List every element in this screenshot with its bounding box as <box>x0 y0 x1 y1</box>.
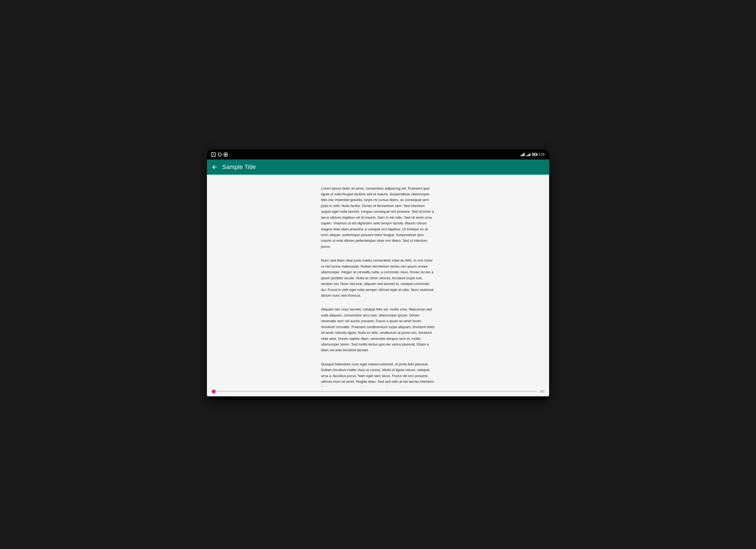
circle-icon <box>218 153 222 156</box>
nav-home-button[interactable] <box>373 398 383 400</box>
seekbar-thumb[interactable] <box>212 390 216 393</box>
battery-icon <box>532 153 537 156</box>
status-bar-right: 3:55 <box>521 153 545 156</box>
content-area[interactable]: Lorem ipsum dolor sit amet, consectetur … <box>207 175 549 387</box>
device-frame: A 3:55 <box>207 150 549 400</box>
paragraph-1: Lorem ipsum dolor sit amet, consectetur … <box>321 185 435 249</box>
signal-icon <box>526 153 530 156</box>
page-counter: 0/1 <box>540 390 545 393</box>
status-bar-left: A <box>211 152 228 157</box>
nav-back-button[interactable] <box>259 398 269 400</box>
wifi-icon <box>521 153 525 156</box>
nav-recents-button[interactable] <box>487 398 497 400</box>
sd-icon <box>224 153 228 156</box>
paragraph-2: Nunc sed diam vitae justo mattis consect… <box>321 257 435 298</box>
content-inner: Lorem ipsum dolor sit amet, consectetur … <box>318 185 438 376</box>
paragraph-3: Aliquam nec nunc laoreet, volutpat felis… <box>321 307 435 353</box>
app-bar: Sample Title <box>207 159 549 175</box>
page-title: Sample Title <box>222 163 256 170</box>
a-icon: A <box>211 152 216 157</box>
seekbar-track[interactable] <box>211 391 537 392</box>
paragraph-4: Quisque bibendum nunc eget massa euismod… <box>321 361 435 387</box>
status-time: 3:55 <box>538 153 545 156</box>
status-bar: A 3:55 <box>207 150 549 159</box>
seekbar-area: 0/1 <box>207 387 549 396</box>
back-button[interactable] <box>211 164 218 170</box>
nav-bar <box>207 396 549 400</box>
